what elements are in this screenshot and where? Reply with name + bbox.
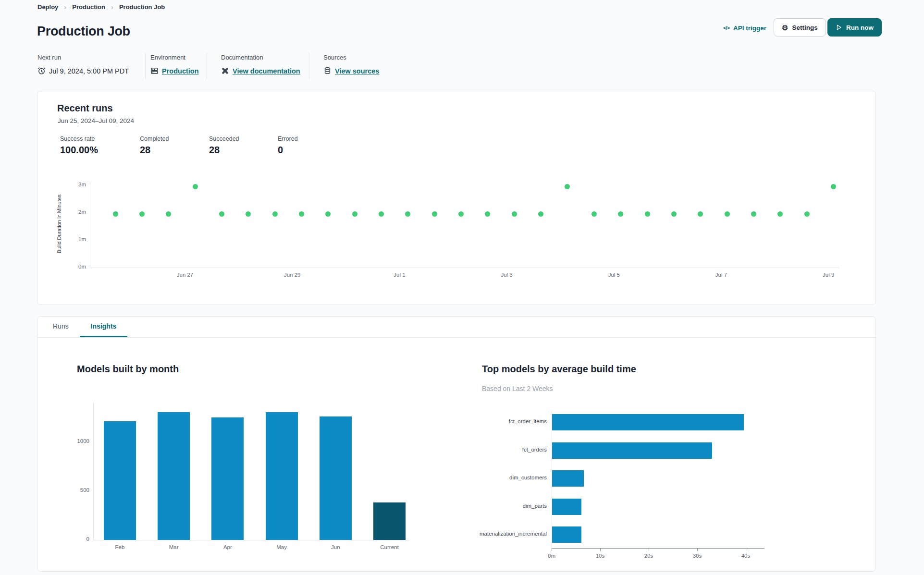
model-bar-fct_orders[interactable] xyxy=(552,442,712,459)
breadcrumb-production[interactable]: Production xyxy=(72,3,105,11)
meta-documentation: Documentation View documentation xyxy=(221,54,300,75)
x-tick-mark xyxy=(697,548,698,551)
view-sources-link[interactable]: View sources xyxy=(335,67,379,75)
sources-label: Sources xyxy=(323,54,379,61)
run-data-point[interactable] xyxy=(299,211,304,217)
breadcrumb-current-page: Production Job xyxy=(119,3,165,11)
chevron-right-icon: › xyxy=(64,3,66,11)
x-axis-line xyxy=(90,268,839,268)
alarm-clock-icon xyxy=(37,67,46,75)
next-run-label: Next run xyxy=(37,54,129,61)
model-bar-dim_parts[interactable] xyxy=(552,499,581,515)
vertical-divider xyxy=(207,53,207,79)
meta-environment: Environment Production xyxy=(150,54,199,75)
dbt-logo-icon xyxy=(221,67,229,75)
page-title: Production Job xyxy=(37,24,130,39)
x-tick-label: 20s xyxy=(637,553,661,559)
run-data-point[interactable] xyxy=(246,211,251,217)
model-label: materialization_incremental xyxy=(431,531,547,537)
y-tick-label: 2m xyxy=(64,209,86,215)
run-data-point[interactable] xyxy=(166,211,171,217)
environment-link[interactable]: Production xyxy=(162,67,199,75)
x-tick-label: Jul 1 xyxy=(378,272,421,278)
settings-button-label: Settings xyxy=(792,24,817,31)
page: Deploy › Production › Production Job Pro… xyxy=(0,0,924,575)
breadcrumb-deploy[interactable]: Deploy xyxy=(37,3,58,11)
run-data-point[interactable] xyxy=(139,211,145,217)
run-data-point[interactable] xyxy=(831,184,836,189)
run-data-point[interactable] xyxy=(432,211,437,217)
run-data-point[interactable] xyxy=(325,211,331,217)
x-tick-mark xyxy=(552,548,552,551)
vertical-divider xyxy=(145,53,146,79)
model-label: dim_parts xyxy=(431,503,547,509)
settings-button[interactable]: ⚙ Settings xyxy=(774,18,826,37)
run-now-label: Run now xyxy=(846,24,874,31)
documentation-label: Documentation xyxy=(221,54,300,61)
run-data-point[interactable] xyxy=(591,211,597,217)
meta-sources: Sources View sources xyxy=(323,54,379,75)
run-data-point[interactable] xyxy=(565,184,570,189)
run-data-point[interactable] xyxy=(698,211,703,217)
recent-runs-card: Recent runs Jun 25, 2024–Jul 09, 2024 Su… xyxy=(37,91,876,305)
run-data-point[interactable] xyxy=(379,211,384,217)
chevron-right-icon: › xyxy=(111,3,113,11)
run-data-point[interactable] xyxy=(485,211,490,217)
x-tick-label: Jun 29 xyxy=(271,272,314,278)
run-data-point[interactable] xyxy=(219,211,224,217)
code-icon: </> xyxy=(723,25,729,31)
run-data-point[interactable] xyxy=(405,211,410,217)
insights-card: Runs Insights Models built by month Top … xyxy=(37,316,876,572)
run-data-point[interactable] xyxy=(804,211,810,217)
gear-icon: ⚙ xyxy=(782,24,788,31)
model-label: fct_orders xyxy=(431,447,547,453)
meta-next-run: Next run Jul 9, 2024, 5:00 PM PDT xyxy=(37,54,129,75)
run-data-point[interactable] xyxy=(725,211,730,217)
y-axis-title: Build Duration in Minutes xyxy=(56,171,62,277)
run-data-point[interactable] xyxy=(352,211,357,217)
run-data-point[interactable] xyxy=(512,211,517,217)
model-bar-materialization_incremental[interactable] xyxy=(552,526,581,543)
run-data-point[interactable] xyxy=(538,211,543,217)
model-label: dim_customers xyxy=(431,475,547,480)
x-tick-label: Jul 5 xyxy=(592,272,636,278)
run-data-point[interactable] xyxy=(113,211,118,217)
x-tick-label: 30s xyxy=(685,553,709,559)
x-tick-mark xyxy=(649,548,649,551)
y-tick-label: 1m xyxy=(64,236,86,242)
y-axis-line xyxy=(90,182,90,268)
model-label: fct_order_items xyxy=(431,418,547,424)
x-tick-label: Jul 9 xyxy=(807,272,850,278)
run-data-point[interactable] xyxy=(751,211,756,217)
run-data-point[interactable] xyxy=(193,184,198,189)
run-data-point[interactable] xyxy=(458,211,464,217)
x-tick-label: Jul 3 xyxy=(485,272,529,278)
x-tick-label: 0m xyxy=(540,553,564,559)
x-axis-line xyxy=(552,548,764,549)
view-documentation-link[interactable]: View documentation xyxy=(233,67,300,75)
x-tick-mark xyxy=(746,548,746,551)
database-icon xyxy=(323,67,332,75)
run-data-point[interactable] xyxy=(777,211,783,217)
run-data-point[interactable] xyxy=(272,211,278,217)
x-tick-mark xyxy=(600,548,601,551)
x-tick-label: Jun 27 xyxy=(163,272,207,278)
play-icon xyxy=(836,24,842,31)
run-data-point[interactable] xyxy=(671,211,677,217)
run-data-point[interactable] xyxy=(618,211,623,217)
x-tick-label: 40s xyxy=(734,553,758,559)
run-now-button[interactable]: Run now xyxy=(827,18,882,37)
model-bar-dim_customers[interactable] xyxy=(552,470,584,487)
y-tick-label: 0m xyxy=(64,264,86,269)
top-models-chart: fct_order_itemsfct_ordersdim_customersdi… xyxy=(37,317,875,572)
y-tick-label: 3m xyxy=(64,182,86,187)
api-trigger-label: API trigger xyxy=(733,24,766,32)
run-data-point[interactable] xyxy=(645,211,650,217)
run-duration-chart: Build Duration in Minutes 0m1m2m3mJun 27… xyxy=(37,91,875,305)
breadcrumb: Deploy › Production › Production Job xyxy=(37,3,165,11)
api-trigger-link[interactable]: </> API trigger xyxy=(723,22,766,34)
x-tick-label: Jul 7 xyxy=(700,272,743,278)
environment-label: Environment xyxy=(150,54,199,61)
vertical-divider xyxy=(309,53,309,79)
model-bar-fct_order_items[interactable] xyxy=(552,414,744,430)
